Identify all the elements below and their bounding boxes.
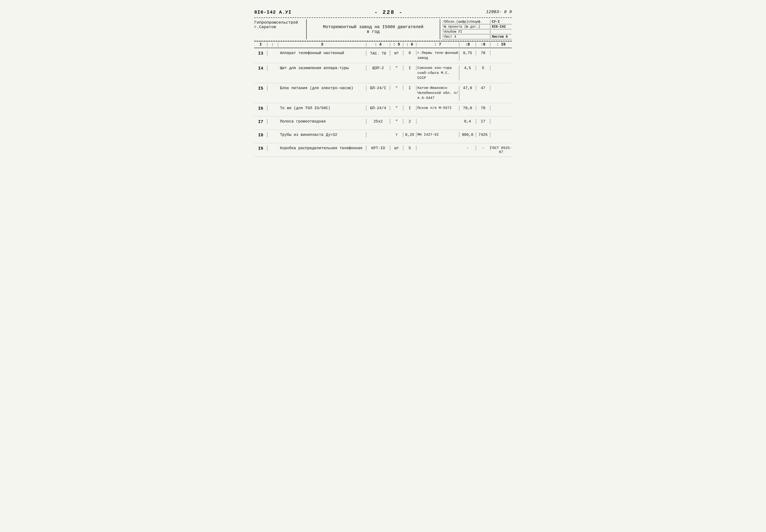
row-unit: шт: [390, 51, 403, 55]
doc-center: - 228 -: [374, 10, 403, 15]
row-unit: т: [390, 132, 403, 137]
row-price: 47,0: [459, 86, 476, 90]
project-title-line1: Моторемонтный завод на I5000 двигателей: [311, 25, 435, 29]
row-num1: I5: [254, 86, 267, 91]
col-header-7: : 7: [417, 42, 459, 47]
meta-value-1: СУ-I: [490, 20, 512, 24]
row-mark: ТАС₋ 70: [366, 51, 390, 56]
col-header-3: 3: [278, 42, 366, 47]
row-num2: [267, 86, 278, 86]
col-header-4: : 4: [366, 42, 390, 47]
row-price: 4,5: [459, 66, 476, 70]
meta-value-3: [490, 30, 512, 34]
row-qty: 8,25: [403, 132, 417, 137]
row-note: ГОСТ 8525-67: [490, 146, 512, 154]
row-total: 5: [476, 66, 490, 70]
row-price: 8,4: [459, 119, 476, 124]
table-row: I8 Трубы из винипласта Ду=32 т 8,25 МН I…: [254, 130, 512, 143]
org-city: г.Саратов: [254, 25, 304, 29]
row-num2: [267, 51, 278, 51]
row-qty: I: [403, 86, 417, 90]
row-total: 7425: [476, 132, 490, 137]
row-total: -: [476, 146, 490, 150]
row-name: Аппарат телефонный настенный: [278, 51, 366, 56]
row-unit: ": [390, 86, 403, 90]
row-name: Блок питания (для электро-часов): [278, 86, 366, 91]
row-supplier: Союзная кон-тора снаб-сбыта М.С. СССР: [417, 66, 459, 81]
col-header-10: : I0: [490, 42, 512, 47]
row-total: 47: [476, 86, 490, 90]
row-note: [490, 86, 512, 86]
row-supplier: Катов-Ивановск Челябинской обл. п/я А-34…: [417, 86, 459, 101]
row-note: [490, 132, 512, 133]
table-row: I4 Щит для заземления аппара-туры ЩЗП-2 …: [254, 63, 512, 83]
row-mark: 25х2: [366, 119, 390, 124]
meta-label-2: !№ проекта (№ дог.): [442, 25, 490, 29]
meta-block: !Обозн.(шифр)специф. СУ-I !№ проекта (№ …: [440, 19, 512, 39]
meta-label-4: !Лист 4: [442, 35, 490, 39]
row-num1: I4: [254, 66, 267, 71]
row-num1: I8: [254, 132, 267, 138]
row-name: Полоса громоотводная: [278, 119, 366, 124]
row-total: 78: [476, 51, 490, 55]
row-num1: I6: [254, 106, 267, 111]
row-note: [490, 66, 512, 66]
meta-label-1: !Обозн.(шифр)специф.: [442, 20, 490, 24]
row-total: 70: [476, 106, 490, 110]
row-qty: 8: [403, 51, 417, 55]
title-block: Моторемонтный завод на I5000 двигателей …: [307, 19, 440, 39]
row-num2: [267, 119, 278, 119]
project-title-line2: в год: [311, 29, 435, 34]
meta-value-4: Листов 6: [490, 35, 512, 39]
row-name: Трубы из винипласта Ду=32: [278, 132, 366, 138]
page-header: 8I6-I42 А.УI - 228 - 12983- 0 9: [254, 10, 512, 15]
row-qty: 2: [403, 119, 417, 124]
column-headers: I : 3 : 4 : 5 : 6 : 7 :8 :9 : I0: [254, 41, 512, 48]
row-num2: [267, 66, 278, 66]
row-supplier: г.Пермь теле-фонный завод: [417, 51, 459, 61]
table-row: I5 Блок питания (для электро-часов) БП-2…: [254, 83, 512, 103]
row-note: [490, 106, 512, 106]
col-header-6: : 6: [403, 42, 417, 47]
row-price: 9,75: [459, 51, 476, 55]
row-unit: шт: [390, 146, 403, 150]
row-mark: БП-24/4: [366, 106, 390, 110]
header-info: Гипропромсельстрой г.Саратов Моторемонтн…: [254, 18, 512, 41]
col-header-2: :: [267, 42, 278, 47]
row-supplier: Псков п/я М-557I: [417, 106, 459, 111]
row-unit: ": [390, 106, 403, 110]
col-header-5: : 5: [390, 42, 403, 47]
row-note: [490, 119, 512, 119]
table-row: I7 Полоса громоотводная 25х2 " 2 8,4 I7: [254, 117, 512, 130]
table-row: I6 То же (для ТОЛ IO/50С) БП-24/4 " I Пс…: [254, 103, 512, 117]
row-mark: ЩЗП-2: [366, 66, 390, 70]
row-mark: [366, 132, 390, 133]
meta-row-2: !№ проекта (№ дог.) 8I6-I42: [442, 24, 512, 29]
meta-row-4: !Лист 4 Листов 6: [442, 34, 512, 39]
org-name: Гипропромсельстрой: [254, 20, 304, 25]
row-total: I7: [476, 119, 490, 124]
row-num2: [267, 132, 278, 133]
row-price: 900,0: [459, 132, 476, 137]
row-note: [490, 51, 512, 51]
col-header-1: I: [254, 42, 267, 47]
row-qty: I: [403, 106, 417, 110]
row-unit: ": [390, 66, 403, 70]
row-num1: I9: [254, 146, 267, 151]
table-row: I9 Коробка распределительная телефонная …: [254, 143, 512, 157]
row-qty: 5: [403, 146, 417, 150]
row-mark: БП-24/I: [366, 86, 390, 90]
col-header-9: :9: [476, 42, 490, 47]
meta-label-3: !Альбом УI: [442, 30, 490, 34]
doc-number-left: 8I6-I42 А.УI: [254, 10, 291, 15]
table-body: I3 Аппарат телефонный настенный ТАС₋ 70 …: [254, 48, 512, 157]
meta-row-3: !Альбом УI: [442, 29, 512, 34]
row-price: 70,0: [459, 106, 476, 110]
table-row: I3 Аппарат телефонный настенный ТАС₋ 70 …: [254, 48, 512, 63]
row-name: То же (для ТОЛ IO/50С): [278, 106, 366, 111]
row-mark: КРТ-IO: [366, 146, 390, 150]
row-num1: I3: [254, 51, 267, 56]
row-name: Коробка распределительная телефонная: [278, 146, 366, 151]
row-name: Щит для заземления аппара-туры: [278, 66, 366, 71]
col-header-8: :8: [459, 42, 476, 47]
